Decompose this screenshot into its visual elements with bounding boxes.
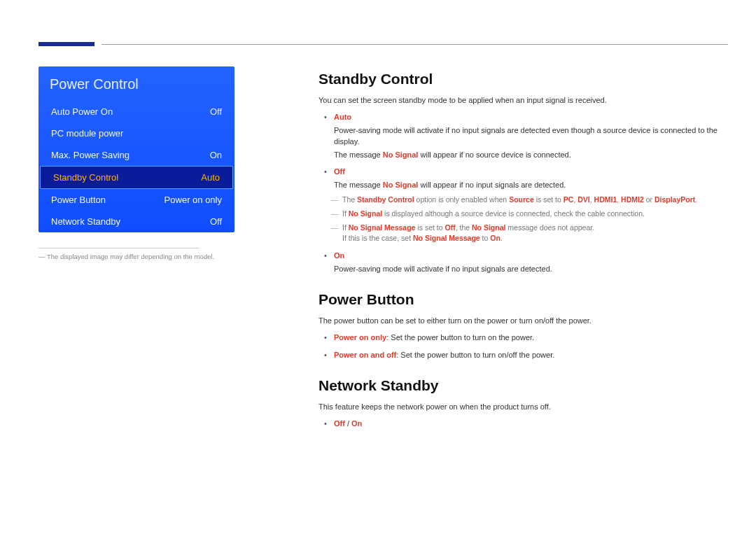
footnote-rule: [38, 248, 200, 248]
menu-item-label: Auto Power On: [51, 106, 113, 117]
header-rule: [102, 44, 728, 45]
menu-item-auto-power-on[interactable]: Auto Power On Off: [38, 101, 234, 122]
standby-options: Auto Power-saving mode will activate if …: [321, 111, 728, 274]
option-power-on-and-off: Power on and off: Set the power button t…: [321, 349, 728, 361]
footnote: ― The displayed image may differ dependi…: [38, 253, 220, 260]
option-auto-desc2: The message No Signal will appear if no …: [334, 149, 728, 161]
option-label-auto: Auto: [334, 113, 351, 121]
menu-panel-power-control: Power Control Auto Power On Off PC modul…: [38, 66, 234, 232]
section-intro: You can set the screen standby mode to b…: [318, 96, 728, 104]
page-body: Power Control Auto Power On Off PC modul…: [38, 66, 728, 435]
section-intro: The power button can be set to either tu…: [318, 316, 728, 325]
note-cable-connection: If No Signal is displayed although a sou…: [331, 209, 728, 220]
menu-title: Power Control: [38, 66, 234, 101]
menu-item-value: On: [210, 150, 222, 160]
menu-item-max-power-saving[interactable]: Max. Power Saving On: [38, 144, 234, 166]
note-source-list: The Standby Control option is only enabl…: [331, 195, 728, 206]
section-standby-control: Standby Control You can set the screen s…: [318, 71, 728, 274]
menu-item-label: Power Button: [51, 195, 106, 205]
menu-item-label: PC module power: [51, 128, 123, 139]
menu-item-pc-module-power[interactable]: PC module power: [38, 122, 234, 144]
footnote-text: The displayed image may differ depending…: [47, 253, 214, 260]
section-network-standby: Network Standby This feature keeps the n…: [318, 377, 728, 430]
content-column: Standby Control You can set the screen s…: [255, 66, 728, 435]
menu-item-network-standby[interactable]: Network Standby Off: [38, 211, 234, 232]
left-column: Power Control Auto Power On Off PC modul…: [38, 66, 255, 435]
option-off-notes: The Standby Control option is only enabl…: [331, 195, 728, 244]
option-power-on-only: Power on only: Set the power button to t…: [321, 332, 728, 344]
powerbtn-options: Power on only: Set the power button to t…: [321, 332, 728, 360]
menu-item-value: Off: [210, 216, 222, 227]
menu-item-value: Power on only: [164, 195, 222, 205]
menu-item-label: Max. Power Saving: [51, 150, 130, 160]
section-intro: This feature keeps the network power on …: [318, 402, 728, 411]
section-power-button: Power Button The power button can be set…: [318, 291, 728, 360]
option-label-on: On: [334, 251, 344, 260]
section-title: Standby Control: [318, 71, 728, 87]
header-accent: [38, 42, 94, 46]
option-off-desc1: The message No Signal will appear if no …: [334, 179, 728, 191]
menu-item-value: Off: [210, 106, 222, 117]
option-off-on: Off / On: [321, 418, 728, 430]
section-title: Network Standby: [318, 377, 728, 394]
option-auto: Auto Power-saving mode will activate if …: [321, 111, 728, 160]
menu-item-label: Standby Control: [53, 172, 118, 183]
menu-item-label: Network Standby: [51, 216, 120, 227]
option-on: On Power-saving mode will activate if no…: [321, 250, 728, 274]
option-label-off: Off: [334, 167, 345, 176]
option-on-desc: Power-saving mode will activate if no in…: [334, 263, 728, 275]
menu-item-value: Auto: [201, 172, 220, 183]
menu-item-standby-control[interactable]: Standby Control Auto: [40, 166, 233, 189]
note-no-signal-message: If No Signal Message is set to Off, the …: [331, 223, 728, 245]
menu-item-power-button[interactable]: Power Button Power on only: [38, 189, 234, 211]
option-off: Off The message No Signal will appear if…: [321, 166, 728, 244]
option-auto-desc1: Power-saving mode will activate if no in…: [334, 125, 728, 148]
footnote-dash: ―: [38, 253, 47, 260]
section-title: Power Button: [318, 291, 728, 308]
netstandby-options: Off / On: [321, 418, 728, 430]
